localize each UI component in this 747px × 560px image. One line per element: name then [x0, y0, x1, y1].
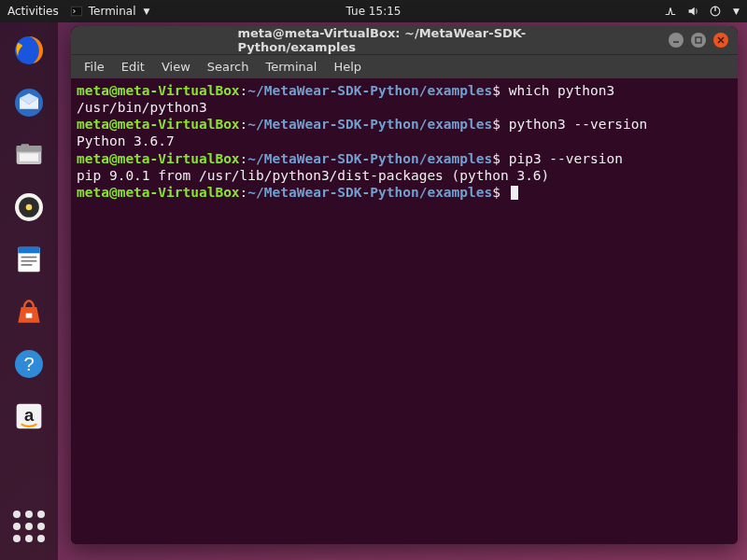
apps-grid-icon	[13, 511, 45, 542]
menu-edit[interactable]: Edit	[114, 58, 152, 76]
chevron-down-icon: ▼	[143, 7, 149, 16]
power-icon[interactable]	[709, 5, 722, 18]
app-name: Terminal	[89, 5, 136, 18]
window-title: meta@meta-VirtualBox: ~/MetaWear-SDK-Pyt…	[238, 26, 571, 54]
svg-rect-18	[26, 314, 33, 318]
menu-search[interactable]: Search	[200, 58, 257, 76]
volume-icon[interactable]	[686, 5, 699, 18]
menu-terminal[interactable]: Terminal	[258, 58, 324, 76]
menu-file[interactable]: File	[77, 58, 112, 76]
svg-rect-15	[21, 257, 37, 259]
svg-rect-9	[20, 153, 38, 161]
terminal-window: meta@meta-VirtualBox: ~/MetaWear-SDK-Pyt…	[71, 26, 738, 544]
terminal-icon	[70, 5, 83, 18]
menu-help[interactable]: Help	[326, 58, 369, 76]
dock-firefox[interactable]	[7, 28, 51, 73]
dock-thunderbird[interactable]	[7, 80, 51, 125]
gnome-topbar: Activities Terminal ▼ Tue 15:15 ▼	[0, 0, 747, 22]
dock-amazon[interactable]: a	[7, 394, 51, 439]
clock[interactable]: Tue 15:15	[346, 5, 402, 18]
app-indicator[interactable]: Terminal ▼	[70, 5, 150, 18]
window-maximize-button[interactable]	[691, 33, 706, 48]
svg-rect-24	[696, 37, 701, 43]
show-applications-button[interactable]	[7, 504, 51, 549]
dock-writer[interactable]	[7, 237, 51, 282]
svg-rect-17	[21, 264, 33, 266]
activities-button[interactable]: Activities	[7, 5, 59, 18]
svg-rect-8	[21, 144, 29, 148]
window-close-button[interactable]	[713, 33, 728, 48]
window-minimize-button[interactable]	[669, 33, 684, 48]
svg-rect-14	[18, 247, 39, 254]
terminal-body[interactable]: meta@meta-VirtualBox:~/MetaWear-SDK-Pyth…	[71, 78, 738, 544]
svg-rect-1	[72, 7, 82, 16]
svg-point-12	[26, 204, 33, 211]
dock-help[interactable]: ?	[7, 342, 51, 386]
cursor	[511, 186, 518, 200]
system-menu-caret-icon[interactable]: ▼	[733, 7, 740, 16]
network-icon[interactable]	[664, 5, 677, 18]
dock-rhythmbox[interactable]	[7, 185, 51, 230]
dock: ? a	[0, 22, 58, 560]
svg-text:a: a	[24, 405, 35, 425]
menu-view[interactable]: View	[154, 58, 198, 76]
dock-software[interactable]	[7, 289, 51, 334]
svg-rect-16	[21, 260, 37, 262]
menubar: File Edit View Search Terminal Help	[71, 54, 738, 78]
dock-files[interactable]	[7, 133, 51, 177]
svg-text:?: ?	[23, 354, 34, 374]
window-titlebar[interactable]: meta@meta-VirtualBox: ~/MetaWear-SDK-Pyt…	[71, 26, 738, 54]
